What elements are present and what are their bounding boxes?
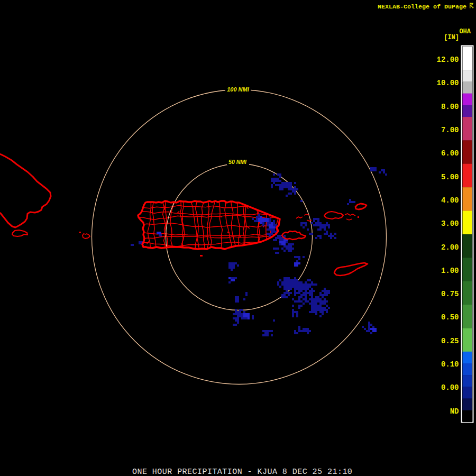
svg-text:100 NMI: 100 NMI [227,86,250,93]
svg-text:12.00: 12.00 [436,56,459,64]
svg-text:1.00: 1.00 [441,267,459,275]
svg-text:6.00: 6.00 [441,149,459,158]
svg-text:NEXLAB-College of DuPage: NEXLAB-College of DuPage [378,3,466,11]
svg-text:8.00: 8.00 [441,103,459,111]
svg-text:4.00: 4.00 [441,196,459,205]
svg-text:0.10: 0.10 [441,360,459,369]
svg-text:0.00: 0.00 [441,383,459,392]
svg-text:10.00: 10.00 [436,79,459,87]
svg-text:3.00: 3.00 [441,219,459,228]
svg-text:7.00: 7.00 [441,126,459,134]
svg-text:2.00: 2.00 [441,243,459,252]
svg-text:ONE HOUR PRECIPITATION - KJUA: ONE HOUR PRECIPITATION - KJUA 8 DEC 25 2… [132,468,352,476]
svg-text:50 NMI: 50 NMI [228,159,247,165]
svg-text:ND: ND [450,407,459,416]
svg-text:OHA: OHA [459,28,471,35]
svg-text:0.25: 0.25 [441,337,459,345]
svg-text:0.50: 0.50 [441,313,459,322]
svg-text:[IN]: [IN] [444,34,459,41]
svg-text:0.75: 0.75 [441,290,459,298]
svg-text:5.00: 5.00 [441,173,459,181]
